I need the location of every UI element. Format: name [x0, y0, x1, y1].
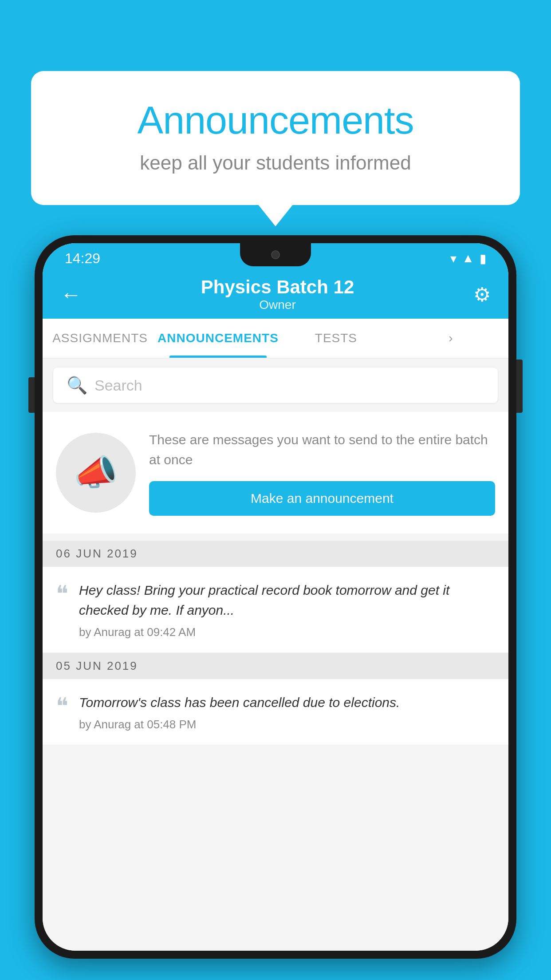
- date-separator-2: 05 JUN 2019: [43, 653, 508, 679]
- promo-icon-circle: 📣: [56, 433, 136, 513]
- screen-inner: 14:29 ▾ ▲ ▮ ← Physics Batch 12 Owner ⚙: [43, 243, 508, 951]
- phone-screen: 14:29 ▾ ▲ ▮ ← Physics Batch 12 Owner ⚙: [43, 243, 508, 951]
- speech-bubble-section: Announcements keep all your students inf…: [31, 71, 520, 205]
- header-subtitle: Owner: [201, 298, 354, 312]
- quote-icon-2: ❝: [56, 695, 68, 718]
- status-time: 14:29: [65, 250, 100, 267]
- bubble-title: Announcements: [67, 98, 484, 143]
- tab-more[interactable]: ›: [394, 319, 508, 358]
- announcement-content-2: Tomorrow's class has been cancelled due …: [79, 692, 495, 731]
- announcement-text-1: Hey class! Bring your practical record b…: [79, 580, 495, 620]
- tab-tests[interactable]: TESTS: [279, 319, 394, 358]
- phone-notch: [240, 243, 311, 266]
- speech-bubble: Announcements keep all your students inf…: [31, 71, 520, 205]
- battery-icon: ▮: [480, 251, 486, 266]
- status-icons: ▾ ▲ ▮: [450, 251, 486, 266]
- content-area: 🔍 Search 📣 These are messages you want t…: [43, 359, 508, 951]
- wifi-icon: ▾: [450, 251, 457, 266]
- tabs-container: ASSIGNMENTS ANNOUNCEMENTS TESTS ›: [43, 319, 508, 359]
- header-center: Physics Batch 12 Owner: [201, 277, 354, 312]
- search-bar[interactable]: 🔍 Search: [53, 368, 498, 403]
- date-separator-1: 06 JUN 2019: [43, 541, 508, 567]
- announcement-meta-2: by Anurag at 05:48 PM: [79, 718, 495, 731]
- notch-camera: [271, 250, 280, 259]
- search-placeholder: Search: [94, 377, 142, 394]
- announcement-item-2[interactable]: ❝ Tomorrow's class has been cancelled du…: [43, 679, 508, 745]
- megaphone-icon: 📣: [74, 452, 118, 494]
- search-icon: 🔍: [67, 375, 87, 395]
- bubble-subtitle: keep all your students informed: [67, 152, 484, 174]
- tab-announcements[interactable]: ANNOUNCEMENTS: [157, 319, 279, 358]
- announcement-content-1: Hey class! Bring your practical record b…: [79, 580, 495, 639]
- phone-frame: 14:29 ▾ ▲ ▮ ← Physics Batch 12 Owner ⚙: [35, 235, 516, 959]
- signal-icon: ▲: [462, 251, 474, 265]
- promo-card: 📣 These are messages you want to send to…: [43, 412, 508, 533]
- announcement-item-1[interactable]: ❝ Hey class! Bring your practical record…: [43, 567, 508, 653]
- app-header: ← Physics Batch 12 Owner ⚙: [43, 270, 508, 319]
- back-button[interactable]: ←: [60, 282, 82, 307]
- phone-container: 14:29 ▾ ▲ ▮ ← Physics Batch 12 Owner ⚙: [35, 235, 516, 980]
- header-title: Physics Batch 12: [201, 277, 354, 298]
- promo-description: These are messages you want to send to t…: [149, 430, 495, 470]
- settings-button[interactable]: ⚙: [473, 283, 491, 306]
- promo-content: These are messages you want to send to t…: [149, 430, 495, 516]
- announcement-text-2: Tomorrow's class has been cancelled due …: [79, 692, 495, 712]
- tab-assignments[interactable]: ASSIGNMENTS: [43, 319, 157, 358]
- announcement-meta-1: by Anurag at 09:42 AM: [79, 625, 495, 639]
- quote-icon: ❝: [56, 583, 68, 606]
- make-announcement-button[interactable]: Make an announcement: [149, 481, 495, 516]
